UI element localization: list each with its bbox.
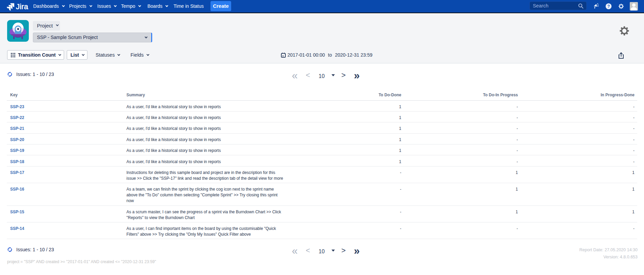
svg-text:?: ?	[607, 4, 610, 9]
